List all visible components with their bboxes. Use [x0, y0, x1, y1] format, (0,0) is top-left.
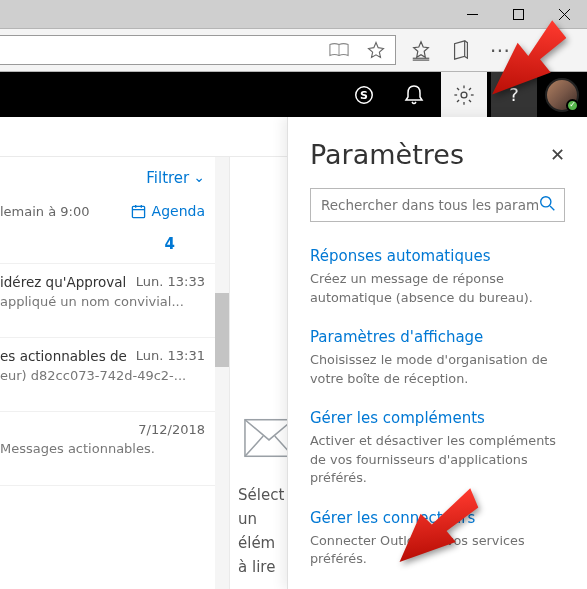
- svg-rect-18: [132, 206, 144, 217]
- settings-title: Paramètres ✕: [310, 139, 565, 170]
- reading-pane-text: Sélect: [238, 483, 256, 507]
- svg-point-23: [541, 196, 551, 206]
- message-subject: idérez qu'Approval: [0, 274, 126, 290]
- setting-desc: Créez un message de réponse automatique …: [310, 270, 565, 307]
- message-preview: appliqué un nom convivial...: [0, 294, 205, 309]
- svg-line-16: [457, 99, 459, 101]
- star-icon[interactable]: [367, 41, 385, 59]
- message-preview: Messages actionnables.: [0, 441, 205, 456]
- agenda-button[interactable]: Agenda: [131, 203, 205, 219]
- search-icon[interactable]: [539, 195, 556, 216]
- scrollbar-thumb[interactable]: [215, 293, 229, 367]
- svg-line-15: [469, 99, 471, 101]
- settings-panel: Paramètres ✕ Réponses automatiques Créez…: [287, 117, 587, 589]
- svg-line-17: [469, 88, 471, 90]
- message-list: Filtrer lemain à 9:00 Agenda 4 idérez qu…: [0, 157, 230, 589]
- outlook-header: S ?: [0, 72, 587, 117]
- list-item[interactable]: es actionnables deLun. 13:31 eur) d82cc0…: [0, 338, 215, 412]
- browser-toolbar: ⋯: [0, 28, 587, 72]
- setting-link[interactable]: Gérer les compléments: [310, 409, 485, 427]
- window-titlebar: [0, 0, 587, 28]
- filter-dropdown[interactable]: Filtrer: [146, 169, 205, 187]
- list-item[interactable]: idérez qu'ApprovalLun. 13:33 appliqué un…: [0, 264, 215, 338]
- setting-item-display[interactable]: Paramètres d'affichage Choisissez le mod…: [310, 327, 565, 388]
- reading-mode-icon[interactable]: [329, 42, 349, 58]
- notes-icon[interactable]: [450, 39, 472, 61]
- setting-item-auto-replies[interactable]: Réponses automatiques Créez un message d…: [310, 246, 565, 307]
- notifications-icon[interactable]: [391, 72, 437, 117]
- address-bar[interactable]: [0, 35, 396, 65]
- scrollbar-track[interactable]: [215, 157, 229, 589]
- message-time: Lun. 13:33: [136, 274, 205, 290]
- settings-search[interactable]: [310, 188, 565, 222]
- agenda-label: Agenda: [152, 203, 205, 219]
- setting-desc: Activer et désactiver les compléments de…: [310, 432, 565, 488]
- setting-item-addins[interactable]: Gérer les compléments Activer et désacti…: [310, 408, 565, 488]
- setting-desc: Connecter Outlook à vos services préféré…: [310, 532, 565, 569]
- window-maximize-button[interactable]: [495, 0, 541, 28]
- svg-line-24: [550, 206, 554, 210]
- reading-pane-empty: Sélect un élém à lire: [230, 157, 270, 589]
- message-subject: es actionnables de: [0, 348, 127, 364]
- window-minimize-button[interactable]: [449, 0, 495, 28]
- more-icon[interactable]: ⋯: [490, 39, 512, 61]
- skype-icon[interactable]: S: [341, 72, 387, 117]
- setting-link[interactable]: Paramètres d'affichage: [310, 328, 483, 346]
- reminder-time: lemain à 9:00: [0, 204, 90, 219]
- close-icon[interactable]: ✕: [550, 144, 565, 165]
- setting-link[interactable]: Réponses automatiques: [310, 247, 491, 265]
- message-time: Lun. 13:31: [136, 348, 205, 364]
- message-count: 4: [0, 225, 215, 264]
- avatar[interactable]: [545, 78, 579, 112]
- settings-icon[interactable]: [441, 72, 487, 117]
- filter-label: Filtrer: [146, 169, 189, 187]
- settings-search-input[interactable]: [321, 197, 539, 213]
- message-preview: eur) d82cc073-742d-49c2-...: [0, 368, 205, 383]
- window-close-button[interactable]: [541, 0, 587, 28]
- reading-pane-text: à lire: [238, 555, 256, 579]
- setting-item-connectors[interactable]: Gérer les connecteurs Connecter Outlook …: [310, 508, 565, 569]
- help-icon[interactable]: ?: [491, 72, 537, 117]
- presence-badge: [566, 99, 579, 112]
- setting-link[interactable]: Gérer les connecteurs: [310, 509, 475, 527]
- list-item[interactable]: 7/12/2018 Messages actionnables.: [0, 412, 215, 486]
- message-time: 7/12/2018: [138, 422, 205, 437]
- reading-pane-text: élém: [238, 531, 256, 555]
- favorites-hub-icon[interactable]: [410, 39, 432, 61]
- settings-title-text: Paramètres: [310, 139, 464, 170]
- setting-desc: Choisissez le mode d'organisation de vot…: [310, 351, 565, 388]
- svg-point-9: [461, 92, 467, 98]
- svg-rect-1: [513, 9, 523, 19]
- calendar-icon: [131, 204, 146, 219]
- svg-line-14: [457, 88, 459, 90]
- svg-text:S: S: [360, 89, 368, 102]
- chevron-down-icon: [193, 169, 205, 187]
- reading-pane-text: un: [238, 507, 256, 531]
